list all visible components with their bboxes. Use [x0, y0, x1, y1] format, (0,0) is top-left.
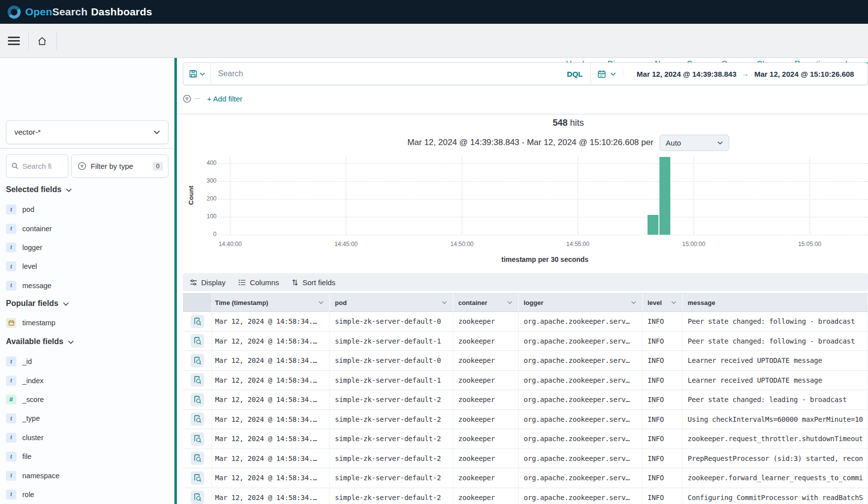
histogram-bar[interactable]	[648, 215, 658, 235]
column-header-pod[interactable]: pod	[330, 294, 453, 311]
cell-level: INFO	[643, 468, 683, 488]
cell-container: zookeeper	[453, 429, 519, 449]
cell-pod: simple-zk-server-default-1	[330, 332, 453, 351]
histogram-bar[interactable]	[659, 157, 670, 235]
chevron-down-icon	[68, 337, 74, 346]
cell-container: zookeeper	[453, 410, 519, 429]
cell-message: zookeeper.request_throttler.shutdownTime…	[683, 429, 868, 449]
display-button[interactable]: Display	[190, 278, 225, 287]
field-item[interactable]: t pod	[0, 200, 174, 219]
column-header-logger[interactable]: logger	[519, 294, 643, 311]
field-item[interactable]: t logger	[0, 238, 174, 257]
inspect-document-button[interactable]	[191, 334, 204, 348]
inspect-document-button[interactable]	[191, 393, 204, 406]
inspect-document-button[interactable]	[191, 354, 204, 367]
y-gridline	[218, 163, 868, 164]
column-label: pod	[335, 299, 347, 306]
field-item[interactable]: t message	[0, 276, 174, 295]
row-expand-cell	[183, 449, 212, 468]
string-field-icon: t	[6, 243, 16, 252]
x-axis-tick-label: 14:50:00	[439, 241, 484, 248]
inspect-document-button[interactable]	[191, 315, 204, 328]
date-quick-select-button[interactable]	[591, 70, 623, 78]
home-icon[interactable]	[37, 36, 48, 48]
inspect-document-button[interactable]	[191, 452, 204, 465]
field-item[interactable]: t _index	[0, 371, 174, 390]
chevron-down-icon	[319, 301, 324, 304]
cell-pod: simple-zk-server-default-0	[330, 312, 453, 331]
cell-time: Mar 12, 2024 @ 14:58:34.…	[212, 332, 330, 351]
field-name: level	[22, 262, 37, 270]
section-header-selected-fields[interactable]: Selected fields	[6, 184, 72, 196]
filter-by-type-button[interactable]: Filter by type 0	[71, 154, 168, 178]
sidebar-resize-handle[interactable]	[174, 58, 177, 504]
nav-separator	[28, 32, 29, 50]
interval-select[interactable]: Auto	[659, 135, 729, 151]
x-axis-tick-label: 15:05:00	[787, 241, 832, 248]
cell-message: Peer state changed: following - broadcas…	[683, 312, 868, 331]
cell-pod: simple-zk-server-default-2	[330, 468, 453, 488]
cell-logger: org.apache.zookeeper.serv…	[519, 390, 643, 409]
field-name: file	[22, 453, 32, 460]
row-expand-cell	[183, 410, 212, 429]
field-item[interactable]: t _id	[0, 352, 174, 371]
x-gridline	[694, 157, 694, 235]
table-toolbar: Display Columns Sort fields	[183, 273, 868, 291]
cell-time: Mar 12, 2024 @ 14:58:34.…	[212, 410, 330, 429]
field-item[interactable]: t file	[0, 447, 174, 466]
saved-query-menu-button[interactable]	[183, 63, 211, 85]
date-to[interactable]: Mar 12, 2024 @ 15:10:26.608	[755, 70, 854, 78]
column-header-message[interactable]: message	[683, 294, 868, 311]
chevron-down-icon	[200, 72, 205, 76]
add-filter-button[interactable]: + Add filter	[207, 95, 242, 103]
filter-set-icon[interactable]	[183, 95, 191, 103]
inspect-document-button[interactable]	[191, 373, 204, 387]
field-item[interactable]: t container	[0, 219, 174, 238]
field-item[interactable]: t cluster	[0, 428, 174, 447]
field-search-input[interactable]	[22, 162, 61, 170]
field-list: t _id t _index # _score t _type t cluste…	[0, 352, 174, 504]
cell-time: Mar 12, 2024 @ 14:58:34.…	[212, 429, 330, 449]
search-query-input[interactable]: Search	[211, 63, 559, 85]
menu-icon[interactable]	[8, 37, 20, 45]
table-row: Mar 12, 2024 @ 14:58:34.… simple-zk-serv…	[183, 429, 868, 449]
opensearch-logo[interactable]: OpenSearchDashboards	[7, 5, 152, 19]
column-label: Time (timestamp)	[215, 299, 268, 306]
query-language-button[interactable]: DQL	[559, 63, 591, 85]
field-item[interactable]: timestamp	[0, 313, 174, 332]
field-item[interactable]: t level	[0, 257, 174, 276]
inspect-document-button[interactable]	[191, 471, 204, 485]
field-item[interactable]: # _score	[0, 390, 174, 409]
cell-logger: org.apache.zookeeper.serv…	[519, 468, 643, 488]
column-header-time-timestamp-[interactable]: Time (timestamp)	[212, 294, 330, 311]
column-header-level[interactable]: level	[643, 294, 683, 311]
field-item[interactable]: t _type	[0, 409, 174, 428]
sort-fields-button[interactable]: Sort fields	[292, 278, 335, 287]
cell-pod: simple-zk-server-default-1	[330, 371, 453, 390]
field-item[interactable]: t namespace	[0, 466, 174, 485]
chart-subtitle-row: Mar 12, 2024 @ 14:39:38.843 - Mar 12, 20…	[183, 134, 868, 151]
hits-label: hits	[568, 118, 584, 128]
column-header-container[interactable]: container	[453, 294, 519, 311]
field-name: pod	[22, 205, 34, 213]
table-row: Mar 12, 2024 @ 14:58:34.… simple-zk-serv…	[183, 332, 868, 352]
cell-message: PrepRequestProcessor (sid:3) started, re…	[683, 449, 868, 468]
columns-button[interactable]: Columns	[238, 278, 279, 287]
field-search-input-wrap	[6, 154, 68, 178]
field-item[interactable]: t role	[0, 485, 174, 504]
cell-message: Learner received UPTODATE message	[683, 371, 868, 390]
cell-pod: simple-zk-server-default-2	[330, 449, 453, 468]
cell-container: zookeeper	[453, 488, 519, 504]
inspect-document-icon	[193, 396, 202, 404]
inspect-document-button[interactable]	[191, 412, 204, 426]
cell-pod: simple-zk-server-default-2	[330, 410, 453, 429]
inspect-document-button[interactable]	[191, 432, 204, 446]
section-header-available-fields[interactable]: Available fields	[6, 336, 74, 348]
panel-top-border	[177, 114, 868, 114]
index-pattern-select[interactable]: vector-*	[6, 120, 168, 144]
inspect-document-button[interactable]	[191, 491, 204, 504]
date-from[interactable]: Mar 12, 2024 @ 14:39:38.843	[637, 70, 736, 78]
section-header-popular-fields[interactable]: Popular fields	[6, 298, 69, 309]
columns-label: Columns	[250, 278, 279, 287]
column-label: logger	[524, 299, 543, 306]
